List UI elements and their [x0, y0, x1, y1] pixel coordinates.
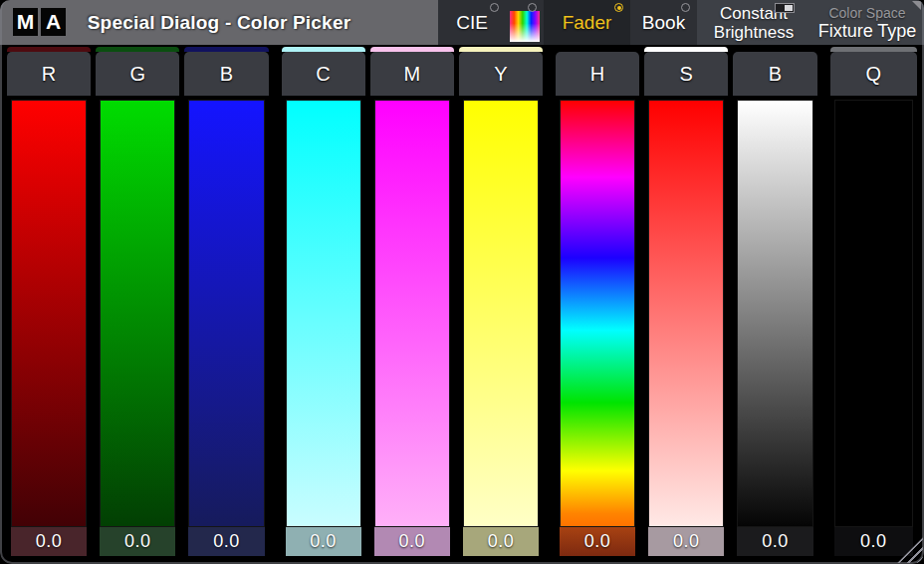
fader-group: H 0.0 S 0.0 B 0.0 — [556, 47, 817, 556]
fader-track[interactable] — [100, 100, 175, 527]
color-gradient-swatch-icon — [510, 11, 540, 42]
ma-logo[interactable]: M A — [13, 8, 66, 36]
fader-column: S 0.0 — [644, 47, 728, 556]
fader-column: R 0.0 — [7, 47, 91, 556]
fader-value: 0.0 — [673, 531, 700, 552]
fader-label: C — [316, 63, 330, 86]
fader-track[interactable] — [11, 100, 87, 527]
fader-value: 0.0 — [398, 531, 425, 552]
constant-brightness-line2: Brightness — [714, 23, 794, 42]
toggle-switch-icon — [775, 3, 795, 13]
fader-header[interactable]: H — [556, 52, 639, 96]
fader-track[interactable] — [463, 100, 539, 527]
fader-track[interactable] — [188, 100, 264, 527]
fader-header[interactable]: S — [644, 52, 728, 96]
fader-label: B — [769, 63, 782, 86]
fader-value-box[interactable]: 0.0 — [286, 527, 361, 556]
fader-value: 0.0 — [584, 531, 611, 552]
title-bar[interactable]: M A Special Dialog - Color Picker CIE Fa… — [0, 0, 924, 45]
fader-value: 0.0 — [124, 531, 151, 552]
fader-value: 0.0 — [213, 531, 240, 552]
tab-cie-label: CIE — [456, 12, 488, 34]
fader-value: 0.0 — [762, 531, 789, 552]
fader-value-box[interactable]: 0.0 — [463, 527, 539, 556]
fader-group: C 0.0 M 0.0 Y 0.0 — [282, 47, 544, 556]
fader-header[interactable]: B — [733, 52, 816, 96]
fader-track[interactable] — [560, 100, 635, 527]
radio-indicator-icon — [681, 3, 690, 12]
fader-value-box[interactable]: 0.0 — [560, 527, 635, 556]
fader-column: C 0.0 — [282, 47, 365, 556]
fader-group: R 0.0 G 0.0 B 0.0 — [7, 47, 269, 556]
color-space-selector[interactable]: Color Space Fixture Type — [810, 0, 924, 45]
color-picker-dialog: M A Special Dialog - Color Picker CIE Fa… — [0, 0, 924, 564]
radio-selected-icon — [614, 3, 623, 12]
fader-header[interactable]: B — [184, 52, 268, 96]
fader-label: Q — [865, 63, 881, 86]
fader-value: 0.0 — [310, 531, 337, 552]
tab-book-label: Book — [642, 12, 685, 34]
fader-label: R — [42, 63, 56, 86]
fader-label: B — [220, 63, 233, 86]
fader-value: 0.0 — [488, 531, 515, 552]
radio-indicator-icon — [490, 3, 499, 12]
fader-header[interactable]: C — [282, 52, 365, 96]
fader-value: 0.0 — [36, 531, 63, 552]
fader-column: B 0.0 — [184, 47, 268, 556]
fader-header[interactable]: R — [7, 52, 91, 96]
fader-group: Q 0.0 — [830, 47, 918, 556]
fader-label: G — [129, 63, 145, 86]
tab-fader-label: Fader — [563, 12, 612, 34]
fader-value-box[interactable]: 0.0 — [737, 527, 812, 556]
fader-column: G 0.0 — [96, 47, 179, 556]
fader-row: R 0.0 G 0.0 B 0.0 C 0.0 — [0, 45, 924, 564]
fader-label: M — [403, 63, 420, 86]
fader-value-box[interactable]: 0.0 — [834, 527, 914, 556]
fader-value-box[interactable]: 0.0 — [374, 527, 450, 556]
fader-header[interactable]: G — [96, 52, 179, 96]
fader-label: H — [590, 63, 604, 86]
fader-label: Y — [494, 63, 507, 86]
ma-logo-m: M — [13, 8, 38, 36]
fader-track[interactable] — [648, 100, 724, 527]
title-bar-controls: Constant Brightness Color Space Fixture … — [697, 0, 924, 45]
fader-value-box[interactable]: 0.0 — [11, 527, 87, 556]
fader-header[interactable]: Y — [459, 52, 543, 96]
tab-color-swatch[interactable] — [506, 0, 544, 45]
fader-column: H 0.0 — [556, 47, 639, 556]
fader-track[interactable] — [374, 100, 450, 527]
fader-column: M 0.0 — [370, 47, 454, 556]
tab-cie[interactable]: CIE — [438, 0, 506, 45]
color-space-caption: Color Space — [828, 5, 905, 21]
ma-logo-a: A — [41, 8, 66, 36]
color-space-value: Fixture Type — [818, 21, 917, 41]
fader-column: Y 0.0 — [459, 47, 543, 556]
fader-value-box[interactable]: 0.0 — [100, 527, 175, 556]
radio-indicator-icon — [528, 3, 537, 12]
fader-track[interactable] — [834, 100, 914, 527]
fader-label: S — [680, 63, 693, 86]
dropdown-corner-icon — [912, 1, 921, 10]
tab-book[interactable]: Book — [630, 0, 697, 45]
title-bar-left: M A Special Dialog - Color Picker — [0, 0, 438, 45]
fader-column: B 0.0 — [733, 47, 816, 556]
fader-value: 0.0 — [860, 531, 887, 552]
view-tabs: CIE Fader Book — [438, 0, 697, 45]
fader-track[interactable] — [286, 100, 361, 527]
dialog-title: Special Dialog - Color Picker — [88, 12, 351, 34]
constant-brightness-button[interactable]: Constant Brightness — [697, 0, 810, 45]
fader-header[interactable]: M — [370, 52, 454, 96]
fader-track[interactable] — [737, 100, 812, 527]
fader-value-box[interactable]: 0.0 — [648, 527, 724, 556]
fader-value-box[interactable]: 0.0 — [188, 527, 264, 556]
tab-fader[interactable]: Fader — [544, 0, 630, 45]
fader-header[interactable]: Q — [830, 52, 918, 96]
fader-column: Q 0.0 — [830, 47, 918, 556]
